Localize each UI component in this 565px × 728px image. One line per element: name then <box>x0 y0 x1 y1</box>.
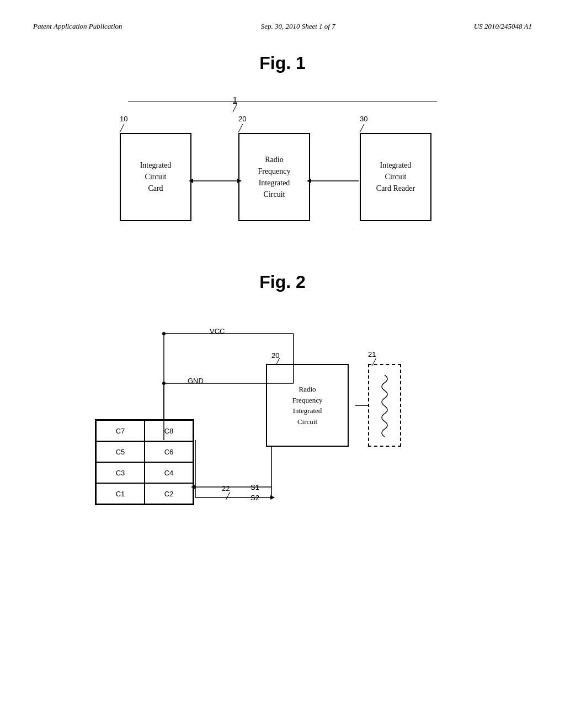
header-center: Sep. 30, 2010 Sheet 1 of 7 <box>261 22 335 31</box>
fig2-rfic-label: RadioFrequencyIntegratedCircuit <box>292 384 323 427</box>
cell-C4: C4 <box>145 462 193 483</box>
fig1-title: Fig. 1 <box>33 53 532 73</box>
cell-C3: C3 <box>96 462 145 483</box>
icc-label: IntegratedCircuitCard <box>140 159 172 194</box>
iccr-wrapper: 30 ╱ IntegratedCircuitCard Reader <box>360 115 431 221</box>
cell-C1: C1 <box>96 483 145 504</box>
ref-1-label: 1 ╱ <box>233 95 237 111</box>
cell-C6: C6 <box>145 441 193 462</box>
grid-row-2: C3 C4 <box>96 462 193 483</box>
grid-row-3: C1 C2 <box>96 483 193 504</box>
fig2-ant-ref-num: 21 <box>368 350 376 358</box>
grid-row-0: C7 C8 <box>96 420 193 441</box>
fig2-iface-ref: 22 <box>222 484 230 493</box>
fig2-diagram: 10 ╱ C7 C8 C5 C6 C3 C4 C1 C2 <box>62 309 503 568</box>
icc-box: IntegratedCircuitCard <box>120 133 191 221</box>
coil-svg <box>376 370 393 441</box>
svg-marker-14 <box>270 495 275 500</box>
fig1-section: Fig. 1 1 ╱ 10 ╱ IntegratedCircuitCard <box>33 53 532 239</box>
iccr-label: IntegratedCircuitCard Reader <box>376 159 415 194</box>
fig2-rfic-box: RadioFrequencyIntegratedCircuit <box>266 364 349 447</box>
iccr-ref: 30 <box>360 115 431 123</box>
cell-C2: C2 <box>145 483 193 504</box>
svg-point-19 <box>162 332 166 335</box>
icc-wrapper: 10 ╱ IntegratedCircuitCard <box>120 115 191 221</box>
ref-1-num: 1 <box>233 95 237 104</box>
patent-header: Patent Application Publication Sep. 30, … <box>33 22 532 31</box>
rfic-wrapper: 20 ╱ RadioFrequencyIntegratedCircuit <box>238 115 310 221</box>
s1-label: S1 <box>250 483 259 491</box>
s2-label: S2 <box>250 494 259 502</box>
icc-ref: 10 <box>120 115 191 123</box>
bracket-line <box>128 101 437 101</box>
ic-card-grid: C7 C8 C5 C6 C3 C4 C1 C2 <box>95 419 194 505</box>
header-left: Patent Application Publication <box>33 22 122 31</box>
rfic-box: RadioFrequencyIntegratedCircuit <box>238 133 310 221</box>
cell-C7: C7 <box>96 420 145 441</box>
vcc-label: VCC <box>210 327 225 335</box>
rfic-ref: 20 <box>238 115 310 123</box>
cell-C5: C5 <box>96 441 145 462</box>
header-right: US 2010/245048 A1 <box>474 22 532 31</box>
cell-C8: C8 <box>145 420 193 441</box>
page: Patent Application Publication Sep. 30, … <box>0 0 565 728</box>
antenna-box <box>368 364 401 447</box>
iccr-box: IntegratedCircuitCard Reader <box>360 133 431 221</box>
rfic-label: RadioFrequencyIntegratedCircuit <box>258 154 290 200</box>
fig2-title: Fig. 2 <box>33 272 532 292</box>
grid-row-1: C5 C6 <box>96 441 193 462</box>
fig2-section: Fig. 2 10 ╱ C7 C8 C5 C6 C3 C4 <box>33 272 532 568</box>
svg-point-20 <box>162 382 166 385</box>
gnd-label: GND <box>188 377 204 385</box>
